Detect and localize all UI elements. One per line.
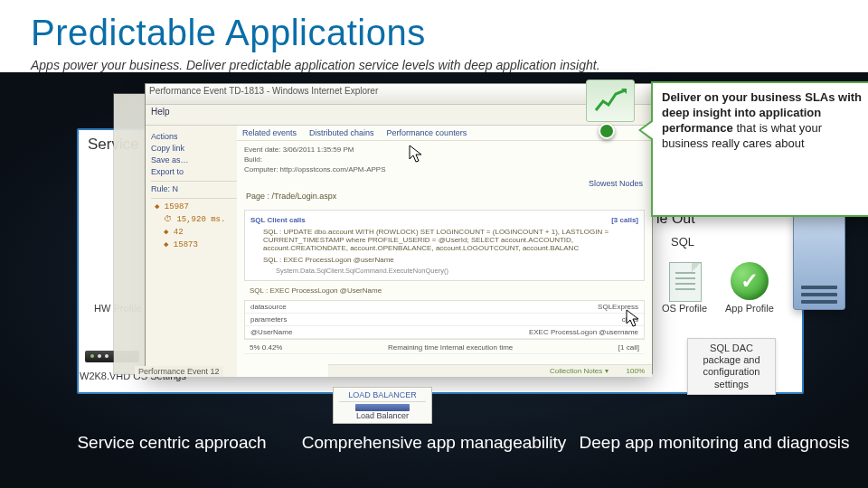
sql-calls-count: [3 calls] bbox=[611, 216, 638, 224]
hw-profile-label: HW Profile bbox=[94, 303, 142, 314]
meta-event-date: Event date: 3/06/2011 1:35:59 PM bbox=[244, 145, 645, 155]
tree-node-15987[interactable]: ◆ 15987 bbox=[151, 202, 241, 211]
os-profile-icon bbox=[669, 262, 702, 302]
os-profile-label: OS Profile bbox=[662, 303, 707, 314]
collection-notes[interactable]: Collection Notes ▾ bbox=[550, 367, 608, 375]
slowest-nodes-link[interactable]: Slowest Nodes bbox=[237, 179, 652, 188]
page-path: Page : /Trade/Login.aspx bbox=[237, 188, 652, 204]
detail-pane: Related events Distributed chains Perfor… bbox=[237, 126, 652, 377]
sql-exec-hint: SQL : EXEC ProcessLogon @UserName bbox=[237, 286, 652, 295]
chart-up-icon bbox=[586, 80, 635, 122]
zoom-level[interactable]: 100% bbox=[627, 367, 645, 375]
window-titlebar: Performance Event TD-1813 - Windows Inte… bbox=[146, 84, 652, 105]
actions-header: Actions bbox=[151, 132, 241, 141]
tree-node-ms[interactable]: ⏱ 15,920 ms. bbox=[151, 214, 241, 224]
tree-node-42[interactable]: ◆ 42 bbox=[151, 227, 241, 237]
peek-sql: SQL bbox=[671, 235, 694, 249]
performance-window: Performance Event TD-1813 - Windows Inte… bbox=[145, 83, 653, 374]
caption-deep-monitoring: Deep app monitoring and diagnosis bbox=[579, 432, 850, 454]
sql-calls-header: SQL Client calls bbox=[250, 216, 306, 224]
meta-build: Build: bbox=[244, 155, 645, 164]
detail-tabs: Related events Distributed chains Perfor… bbox=[237, 126, 652, 141]
sql-calls-block: SQL Client calls [3 calls] SQL : UPDATE … bbox=[244, 210, 645, 281]
parameters-grid: datasourceSQLExpress parametersclass @Us… bbox=[244, 300, 645, 340]
sql-line-2: SQL : EXEC ProcessLogon @userName bbox=[250, 256, 638, 264]
server-tower-icon bbox=[793, 212, 845, 310]
window-body: Actions Copy link Save as… Export to Rul… bbox=[146, 126, 652, 377]
caption-comprehensive: Comprehensive app manageability bbox=[298, 432, 570, 454]
callout-bubble: Deliver on your business SLAs with deep … bbox=[651, 81, 868, 217]
tree-node-15873[interactable]: ◆ 15873 bbox=[151, 239, 241, 249]
rule-line: Rule: N bbox=[151, 184, 241, 193]
slide-subtitle: Apps power your business. Deliver predic… bbox=[31, 58, 600, 72]
export-action[interactable]: Export to bbox=[151, 167, 241, 176]
slide-title: Predictable Applications bbox=[31, 13, 426, 53]
caption-service-centric: Service centric approach bbox=[36, 432, 307, 454]
window-statusbar: Collection Notes ▾ 100% bbox=[328, 364, 652, 377]
perf-event-tag: Performance Event 12 bbox=[135, 366, 223, 377]
app-profile-icon: ✓ bbox=[731, 262, 769, 300]
tab-performance-counters[interactable]: Performance counters bbox=[387, 128, 467, 137]
sql-dac-box: SQL DAC package and configuration settin… bbox=[687, 338, 776, 395]
tab-related-events[interactable]: Related events bbox=[242, 128, 297, 137]
grid-row-username: @UserNameEXEC ProcessLogon @username bbox=[245, 326, 644, 339]
tab-distributed-chains[interactable]: Distributed chains bbox=[309, 128, 374, 137]
actions-pane: Actions Copy link Save as… Export to Rul… bbox=[146, 126, 248, 377]
sql-line-1: SQL : UPDATE dbo.account WITH (ROWLOCK) … bbox=[250, 228, 638, 252]
load-balancer-caption: LOAD BALANCER bbox=[339, 390, 426, 402]
load-balancer-label: Load Balancer bbox=[339, 411, 426, 420]
grid-row-datasource: datasourceSQLExpress bbox=[245, 301, 644, 314]
load-balancer-box: LOAD BALANCER Load Balancer bbox=[333, 387, 432, 424]
timing-row: 5% 0.42% Remaining time Internal executi… bbox=[244, 342, 645, 354]
copy-link-action[interactable]: Copy link bbox=[151, 144, 241, 153]
load-balancer-icon bbox=[355, 404, 410, 411]
window-toolbar: Help bbox=[146, 105, 652, 126]
save-as-action[interactable]: Save as… bbox=[151, 155, 241, 164]
event-metadata: Event date: 3/06/2011 1:35:59 PM Build: … bbox=[237, 141, 652, 179]
grid-row-parameters: parametersclass bbox=[245, 314, 644, 326]
callout-anchor-dot bbox=[599, 123, 615, 139]
rack-icon bbox=[85, 351, 139, 362]
sql-namespace: System.Data.SqlClient.SqlCommand.Execute… bbox=[250, 267, 638, 275]
app-profile-label: App Profile bbox=[725, 303, 774, 314]
meta-computer: Computer: http://opsstcons.com/APM-APPS bbox=[244, 164, 645, 174]
